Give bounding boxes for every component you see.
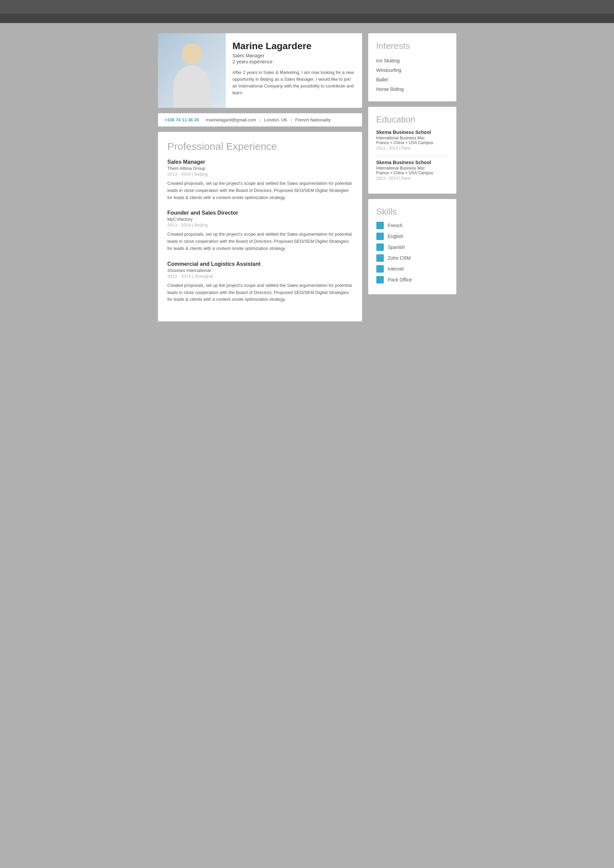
skill-item: Zoho CRM bbox=[376, 254, 448, 262]
experience-section-title: Professional Experience bbox=[167, 141, 353, 152]
candidate-experience: 2 years experience bbox=[233, 59, 355, 64]
header-info: Marine Lagardere Sales Manager 2 years e… bbox=[226, 33, 362, 108]
education-item: Skema Business School International Busi… bbox=[376, 160, 448, 181]
top-bar bbox=[0, 0, 614, 14]
left-column: Marine Lagardere Sales Manager 2 years e… bbox=[158, 33, 362, 321]
experience-item: Commercial and Logistics Assistant 3Suis… bbox=[167, 261, 353, 303]
profile-photo bbox=[158, 33, 226, 108]
interests-section-title: Interests bbox=[376, 41, 448, 51]
interest-item: Windsurfing bbox=[376, 65, 448, 75]
company-2: MyCVfactory bbox=[167, 217, 353, 222]
skills-card: Skills French English Spanish Zoho CRM I… bbox=[368, 199, 456, 294]
header-photo bbox=[158, 33, 226, 108]
interest-item: Ballet bbox=[376, 75, 448, 84]
header-card: Marine Lagardere Sales Manager 2 years e… bbox=[158, 33, 362, 108]
interest-item: Horse Riding bbox=[376, 84, 448, 94]
skill-bar-zoho bbox=[376, 254, 384, 262]
skill-label-pack-office: Pack Office bbox=[388, 277, 412, 282]
skill-label-zoho: Zoho CRM bbox=[388, 255, 411, 261]
contact-phone: +336 74 11 36 35 bbox=[165, 117, 199, 122]
interests-list: Ice Skating Windsurfing Ballet Horse Rid… bbox=[376, 56, 448, 94]
contact-email: marinelagard@gmail.com bbox=[206, 117, 256, 122]
edu-campus-2: France + China + USA Campus bbox=[376, 170, 448, 175]
skill-item: Pack Office bbox=[376, 276, 448, 284]
candidate-title: Sales Manager bbox=[233, 53, 355, 58]
skills-section-title: Skills bbox=[376, 206, 448, 217]
experience-item: Sales Manager Them Altima Group 2013 - 2… bbox=[167, 159, 353, 201]
edu-campus-1: France + China + USA Campus bbox=[376, 140, 448, 145]
skill-label-english: English bbox=[388, 234, 403, 239]
contact-location: London, UK bbox=[264, 117, 287, 122]
skill-item: Internet bbox=[376, 265, 448, 273]
exp-desc-2: Created proposals, set up the project's … bbox=[167, 231, 353, 252]
edu-degree-1: International Business Msc bbox=[376, 136, 448, 140]
edu-school-2: Skema Business School bbox=[376, 160, 448, 165]
skill-bar-french bbox=[376, 222, 384, 229]
skill-bar-pack-office bbox=[376, 276, 384, 284]
job-title-2: Founder and Sales Director bbox=[167, 210, 353, 216]
skill-label-french: French bbox=[388, 223, 403, 228]
second-bar bbox=[0, 14, 614, 23]
job-title-1: Sales Manager bbox=[167, 159, 353, 165]
skill-label-spanish: Spanish bbox=[388, 245, 405, 250]
page-wrapper: Marine Lagardere Sales Manager 2 years e… bbox=[151, 23, 463, 335]
separator-2: | bbox=[291, 117, 291, 122]
interests-card: Interests Ice Skating Windsurfing Ballet… bbox=[368, 33, 456, 101]
skill-bar-spanish bbox=[376, 243, 384, 251]
candidate-bio: After 2 years in Sales & Marketing, I am… bbox=[233, 69, 355, 97]
skill-item: Spanish bbox=[376, 243, 448, 251]
contact-nationality: French Nationality bbox=[295, 117, 331, 122]
skill-label-internet: Internet bbox=[388, 266, 404, 271]
skill-item: English bbox=[376, 232, 448, 240]
exp-desc-1: Created proposals, set up the project's … bbox=[167, 180, 353, 201]
skill-item: French bbox=[376, 222, 448, 229]
edu-date-1: 2013 - 2014 | Paris bbox=[376, 146, 448, 150]
contact-bar: +336 74 11 36 35 marinelagard@gmail.com … bbox=[158, 113, 362, 127]
job-title-3: Commercial and Logistics Assistant bbox=[167, 261, 353, 267]
skill-bar-english bbox=[376, 232, 384, 240]
company-3: 3Suisses International bbox=[167, 268, 353, 273]
education-card: Education Skema Business School Internat… bbox=[368, 107, 456, 194]
separator-1: | bbox=[259, 117, 260, 122]
exp-date-3: 2013 - 2014 | Shanghai bbox=[167, 274, 353, 279]
education-section-title: Education bbox=[376, 114, 448, 125]
right-column: Interests Ice Skating Windsurfing Ballet… bbox=[368, 33, 456, 321]
experience-item: Founder and Sales Director MyCVfactory 2… bbox=[167, 210, 353, 252]
professional-experience-card: Professional Experience Sales Manager Th… bbox=[158, 132, 362, 321]
interest-item: Ice Skating bbox=[376, 56, 448, 65]
edu-school-1: Skema Business School bbox=[376, 130, 448, 135]
edu-degree-2: International Business Msc bbox=[376, 166, 448, 170]
exp-date-2: 2013 - 2014 | Beijing bbox=[167, 222, 353, 228]
skill-bar-internet bbox=[376, 265, 384, 273]
edu-date-2: 2013 - 2014 | Paris bbox=[376, 176, 448, 181]
candidate-name: Marine Lagardere bbox=[233, 41, 355, 51]
exp-desc-3: Created proposals, set up the project's … bbox=[167, 282, 353, 303]
exp-date-1: 2013 - 2014 | Beijing bbox=[167, 172, 353, 177]
education-item: Skema Business School International Busi… bbox=[376, 130, 448, 150]
company-1: Them Altima Group bbox=[167, 166, 353, 171]
